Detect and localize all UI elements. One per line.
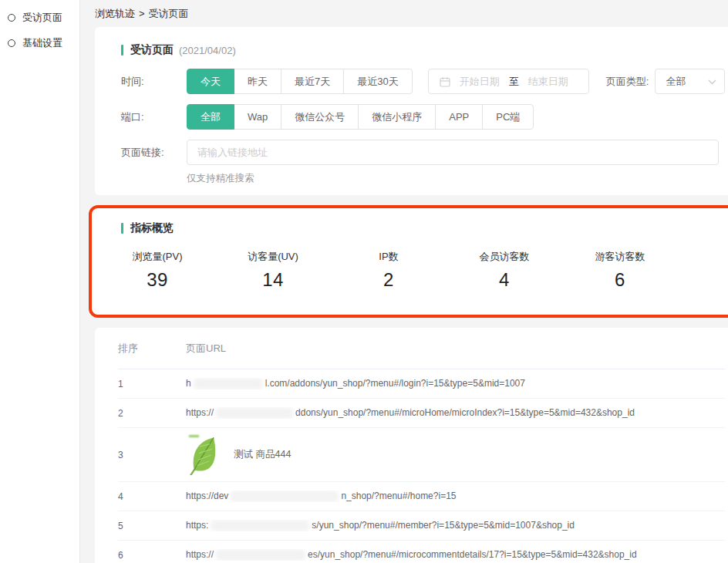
redacted-blur — [211, 520, 309, 531]
redacted-blur — [216, 407, 293, 419]
chevron-down-icon — [708, 76, 716, 87]
table-row: 4 https://devn_shop/?menu#/home?i=15 — [118, 482, 725, 511]
row-product: 测试 商品444 — [186, 435, 291, 475]
filter-panel-title: 受访页面 (2021/04/02) — [121, 43, 725, 57]
redacted-blur — [194, 378, 263, 389]
metric-value: 6 — [562, 269, 678, 291]
table-row: 5 https:s/yun_shop/?menu#/member?i=15&ty… — [118, 511, 725, 541]
panel-title-text: 指标概览 — [130, 221, 174, 235]
main-content: 浏览轨迹 > 受访页面 受访页面 (2021/04/02) 时间: 今天 昨天 … — [80, 0, 728, 563]
table-row: 1 hl.com/addons/yun_shop/?menu#/login?i=… — [118, 369, 725, 399]
circle-icon — [8, 14, 15, 22]
panel-title-text: 受访页面 — [130, 43, 174, 57]
time-button-group: 今天 昨天 最近7天 最近30天 — [187, 69, 413, 94]
time-option-today[interactable]: 今天 — [187, 69, 234, 94]
metric-value: 4 — [447, 269, 562, 291]
breadcrumb-parent[interactable]: 浏览轨迹 — [95, 7, 135, 21]
metric-label: 访客量(UV) — [215, 250, 331, 264]
table-row: 2 https://ddons/yun_shop/?menu#/microHom… — [118, 399, 725, 428]
metric-uv: 访客量(UV) 14 — [215, 250, 331, 291]
redacted-blur — [231, 491, 339, 502]
metric-value: 2 — [331, 269, 447, 291]
product-leaf-image — [186, 435, 221, 475]
sidebar: 受访页面 基础设置 — [0, 0, 80, 563]
breadcrumb-separator: > — [139, 8, 145, 19]
metric-label: 会员访客数 — [447, 250, 562, 264]
row-rank: 1 — [118, 379, 186, 389]
time-option-last7days[interactable]: 最近7天 — [281, 69, 344, 94]
sidebar-item-basic-settings[interactable]: 基础设置 — [0, 30, 79, 56]
product-name: 测试 商品444 — [234, 448, 291, 461]
page-link-hint: 仅支持精准搜索 — [187, 172, 719, 185]
metric-value: 14 — [215, 269, 331, 291]
metric-label: IP数 — [331, 250, 447, 264]
row-url: https:s/yun_shop/?menu#/member?i=15&type… — [186, 520, 725, 531]
port-option-wechat-mini[interactable]: 微信小程序 — [358, 104, 436, 130]
row-url: hl.com/addons/yun_shop/?menu#/login?i=15… — [186, 378, 725, 389]
row-rank: 3 — [118, 450, 186, 460]
metric-label: 游客访客数 — [562, 250, 678, 264]
panel-date-note: (2021/04/02) — [179, 45, 236, 56]
port-filter-row: 端口: 全部 Wap 微信公众号 微信小程序 APP PC端 — [121, 104, 725, 130]
page-type-label: 页面类型: — [606, 69, 649, 94]
metric-guest-visitors: 游客访客数 6 — [562, 250, 678, 291]
redacted-blur — [216, 549, 305, 561]
metrics-panel-title: 指标概览 — [121, 221, 722, 235]
title-accent-bar — [121, 45, 123, 56]
start-date-placeholder[interactable]: 开始日期 — [450, 75, 509, 89]
metrics-row: 浏览量(PV) 39 访客量(UV) 14 IP数 2 会员访客数 4 游客访客… — [99, 250, 722, 291]
leaf-watermark — [189, 435, 199, 437]
time-filter-row: 时间: 今天 昨天 最近7天 最近30天 开始日期 至 结束日 — [121, 69, 725, 94]
row-rank: 5 — [118, 521, 186, 531]
port-option-wap[interactable]: Wap — [234, 104, 281, 130]
time-option-last30days[interactable]: 最近30天 — [343, 69, 412, 94]
row-rank: 4 — [118, 491, 186, 502]
port-option-app[interactable]: APP — [435, 104, 483, 130]
metric-label: 浏览量(PV) — [99, 250, 215, 264]
table-row: 3 测试 商品444 — [118, 428, 725, 482]
calendar-icon — [440, 76, 450, 87]
port-filter-label: 端口: — [121, 104, 187, 130]
column-header-url: 页面URL — [186, 342, 226, 356]
metric-value: 39 — [99, 269, 215, 291]
port-button-group: 全部 Wap 微信公众号 微信小程序 APP PC端 — [187, 104, 534, 130]
row-url: https://es/yun_shop/?menu#/microcommentd… — [186, 549, 725, 561]
breadcrumb-current: 受访页面 — [149, 7, 189, 21]
table-row: 6 https://es/yun_shop/?menu#/microcommen… — [118, 541, 725, 563]
page-type-selected-value: 全部 — [666, 75, 686, 89]
page-type-select[interactable]: 全部 — [655, 69, 725, 94]
port-option-wechat-official[interactable]: 微信公众号 — [281, 104, 359, 130]
row-url: https://ddons/yun_shop/?menu#/microHome/… — [186, 407, 725, 419]
row-rank: 2 — [118, 408, 186, 419]
end-date-placeholder[interactable]: 结束日期 — [519, 75, 578, 89]
table-header: 排序 页面URL — [118, 328, 725, 369]
metric-member-visitors: 会员访客数 4 — [447, 250, 562, 291]
time-filter-label: 时间: — [121, 69, 187, 94]
metric-pv: 浏览量(PV) 39 — [99, 250, 215, 291]
date-range-to-label: 至 — [509, 75, 519, 89]
page-link-row: 页面链接: 仅支持精准搜索 — [121, 140, 725, 185]
filter-panel: 受访页面 (2021/04/02) 时间: 今天 昨天 最近7天 最近30天 — [95, 27, 728, 195]
title-accent-bar — [121, 223, 123, 234]
port-option-all[interactable]: 全部 — [187, 104, 234, 130]
date-range-picker[interactable]: 开始日期 至 结束日期 — [428, 69, 589, 94]
sidebar-item-label: 受访页面 — [22, 11, 62, 25]
url-table-panel: 排序 页面URL 1 hl.com/addons/yun_shop/?menu#… — [95, 328, 728, 563]
port-option-pc[interactable]: PC端 — [482, 104, 534, 130]
metrics-overview-panel: 指标概览 浏览量(PV) 39 访客量(UV) 14 IP数 2 会员访客数 4… — [89, 205, 728, 318]
breadcrumb: 浏览轨迹 > 受访页面 — [80, 0, 728, 27]
sidebar-item-visited-pages[interactable]: 受访页面 — [0, 5, 79, 30]
page-link-input[interactable] — [187, 140, 719, 165]
row-rank: 6 — [118, 550, 186, 561]
page-link-label: 页面链接: — [121, 140, 187, 165]
sidebar-item-label: 基础设置 — [22, 36, 62, 50]
column-header-rank: 排序 — [118, 342, 186, 356]
time-option-yesterday[interactable]: 昨天 — [234, 69, 281, 94]
row-url: https://devn_shop/?menu#/home?i=15 — [186, 491, 725, 502]
circle-icon — [8, 39, 15, 47]
metric-ip-count: IP数 2 — [331, 250, 447, 291]
